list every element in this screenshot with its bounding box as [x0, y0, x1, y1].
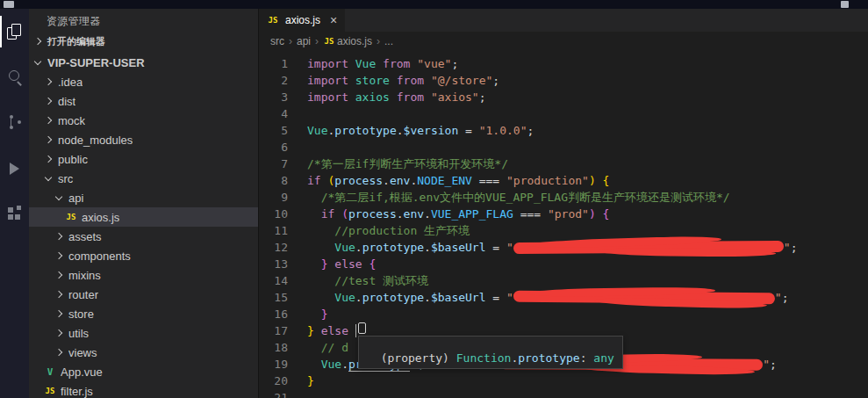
tree-item-dist[interactable]: dist	[29, 91, 258, 111]
code-token: Vue	[355, 57, 376, 70]
close-icon[interactable]: ×	[330, 14, 337, 26]
code-token: ===	[513, 207, 548, 221]
breadcrumb-item-src[interactable]: src	[270, 35, 284, 47]
code-token: process	[348, 207, 397, 221]
line-number: 11	[259, 222, 307, 239]
chevron-right-icon	[55, 310, 62, 317]
source-control-icon	[7, 115, 23, 131]
tree-item-store[interactable]: store	[29, 304, 258, 323]
code-token: // d	[307, 341, 348, 354]
code-token: =	[458, 124, 478, 137]
code-token	[348, 324, 355, 337]
line-content: if (process.env.VUE_APP_FLAG === "prod")…	[307, 206, 609, 222]
code-token: "vue"	[417, 57, 451, 70]
tree-item-assets[interactable]: assets	[29, 227, 258, 246]
js-file-icon: JS	[64, 213, 78, 221]
code-line-21: 21	[259, 389, 868, 398]
line-content: import axios from "axios";	[307, 89, 486, 105]
tree-item-axios.js[interactable]: JSaxios.js	[29, 207, 258, 227]
js-file-icon: JS	[267, 16, 279, 25]
chevron-right-icon	[55, 349, 62, 356]
line-number: 9	[259, 189, 307, 206]
tree-item-label: assets	[68, 230, 102, 243]
titlebar-action-icon[interactable]	[841, 1, 849, 8]
tree-item-router[interactable]: router	[29, 285, 258, 304]
tree-item-views[interactable]: views	[29, 343, 258, 362]
code-token: "	[506, 291, 513, 304]
code-line-10: 10 if (process.env.VUE_APP_FLAG === "pro…	[259, 206, 868, 222]
tree-item-public[interactable]: public	[29, 149, 258, 169]
chevron-down-icon	[45, 173, 52, 180]
line-content: import store from "@/store";	[307, 72, 499, 89]
line-number: 4	[259, 105, 307, 122]
breadcrumb-item-...[interactable]: ...	[384, 35, 393, 47]
activity-bar-item-explorer[interactable]	[0, 9, 29, 54]
tree-item-label: utils	[68, 327, 89, 340]
code-token: "axios"	[431, 90, 479, 104]
tree-item-VIP-SUPER-USER[interactable]: VIP-SUPER-USER	[29, 53, 258, 72]
tree-item-mixins[interactable]: mixins	[29, 265, 258, 285]
title-bar	[0, 0, 868, 9]
code-token: ;	[492, 74, 499, 87]
activity-bar-item-source-control[interactable]	[0, 100, 29, 146]
code-token: $baseUrl	[431, 241, 486, 254]
activity-bar-item-run-debug[interactable]	[0, 146, 29, 192]
tab-bar: JS axios.js ×	[259, 9, 868, 32]
chevron-right-icon	[45, 117, 52, 124]
tab-axios-js[interactable]: JS axios.js ×	[259, 9, 345, 32]
vue-file-icon: V	[43, 366, 57, 378]
breadcrumb-separator: ›	[377, 35, 380, 47]
code-token: "@/store"	[431, 74, 492, 87]
tree-item-api[interactable]: api	[29, 188, 258, 207]
breadcrumb-item-axios.js[interactable]: JSaxios.js	[323, 35, 372, 47]
tree-item-components[interactable]: components	[29, 246, 258, 265]
code-token: prototype	[362, 241, 424, 254]
line-number: 15	[259, 289, 307, 306]
tooltip-segment: :	[580, 351, 594, 365]
code-token: $baseUrl	[431, 291, 486, 304]
line-content: Vue.prototype.$baseUrl = "";	[307, 239, 798, 256]
tree-item-.idea[interactable]: .idea	[29, 72, 258, 91]
code-token: ;	[451, 57, 458, 70]
code-token: else	[321, 324, 348, 337]
tree-item-label: public	[58, 153, 88, 166]
code-line-12: 12 Vue.prototype.$baseUrl = "";	[259, 239, 868, 256]
tooltip-segment: (property)	[381, 351, 456, 365]
tooltip-segment: prototype	[518, 351, 579, 365]
breadcrumb-label: api	[297, 35, 311, 47]
tree-item-utils[interactable]: utils	[29, 323, 258, 343]
breadcrumb-item-api[interactable]: api	[297, 35, 311, 47]
code-token	[307, 207, 321, 221]
breadcrumb-label: axios.js	[337, 35, 372, 47]
code-token: =	[486, 241, 506, 254]
code-line-14: 14 //test 测试环境	[259, 272, 868, 289]
line-number: 5	[259, 122, 307, 139]
tree-item-src[interactable]: src	[29, 169, 258, 188]
tree-item-App.vue[interactable]: VApp.vue	[29, 362, 258, 381]
line-number: 8	[259, 172, 307, 189]
activity-bar-item-extensions[interactable]	[0, 192, 29, 237]
code-line-3: 3import axios from "axios";	[259, 89, 868, 105]
activity-bar-item-search[interactable]	[0, 54, 29, 100]
code-token: axios	[355, 90, 390, 104]
tab-label: axios.js	[285, 14, 320, 26]
code-token: import	[307, 57, 355, 70]
code-token: .	[355, 291, 362, 304]
open-editors-section[interactable]: 打开的编辑器	[29, 32, 258, 51]
chevron-down-icon	[34, 57, 41, 64]
tree-item-mock[interactable]: mock	[29, 111, 258, 130]
search-icon	[7, 69, 23, 85]
tree-item-filter.js[interactable]: JSfilter.js	[29, 381, 258, 398]
js-file-icon: JS	[323, 37, 335, 46]
code-token: =	[486, 291, 506, 304]
code-token	[307, 241, 334, 254]
tree-item-node_modules[interactable]: node_modules	[29, 130, 258, 149]
code-token	[596, 174, 603, 187]
explorer-icon	[7, 24, 22, 40]
chevron-right-icon	[55, 329, 62, 336]
code-token: .	[397, 207, 404, 221]
line-number: 2	[259, 72, 307, 89]
line-content: Vue.prototype.$baseUrl = "";	[307, 289, 789, 306]
chevron-right-icon	[55, 233, 62, 240]
chevron-right-icon	[55, 252, 62, 259]
